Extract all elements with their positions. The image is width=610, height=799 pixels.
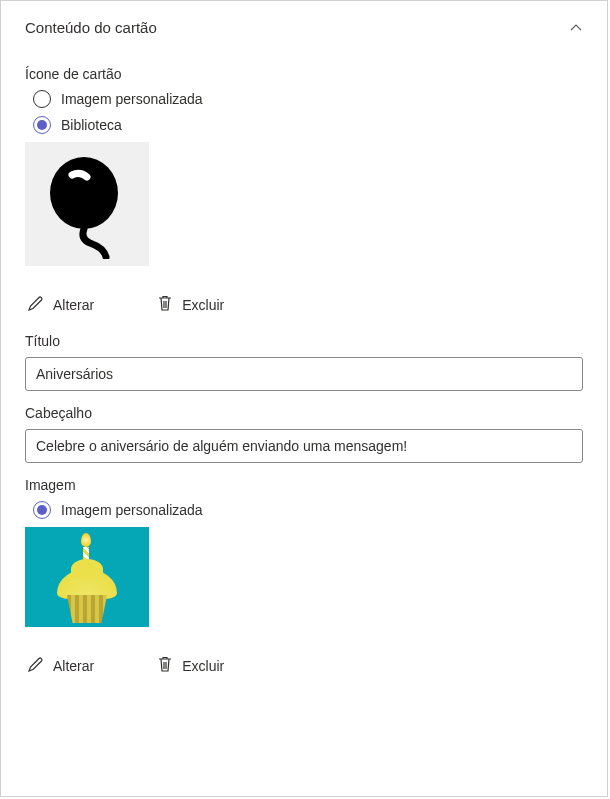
title-field-label: Título bbox=[25, 333, 583, 349]
pencil-icon bbox=[27, 294, 45, 315]
image-section-label: Imagem bbox=[25, 477, 583, 493]
panel-body: Ícone de cartão Imagem personalizada Bib… bbox=[1, 44, 607, 708]
chevron-up-icon[interactable] bbox=[569, 21, 583, 35]
button-label: Excluir bbox=[182, 297, 224, 313]
radio-label: Imagem personalizada bbox=[61, 502, 203, 518]
balloon-icon bbox=[32, 149, 142, 259]
trash-icon bbox=[156, 655, 174, 676]
card-content-panel: Conteúdo do cartão Ícone de cartão Image… bbox=[0, 0, 608, 797]
radio-unselected-icon bbox=[33, 90, 51, 108]
radio-icon-custom[interactable]: Imagem personalizada bbox=[33, 90, 583, 108]
icon-actions: Alterar Excluir bbox=[25, 290, 583, 319]
button-label: Alterar bbox=[53, 658, 94, 674]
delete-icon-button[interactable]: Excluir bbox=[154, 290, 226, 319]
trash-icon bbox=[156, 294, 174, 315]
change-icon-button[interactable]: Alterar bbox=[25, 290, 96, 319]
header-input[interactable] bbox=[25, 429, 583, 463]
title-input[interactable] bbox=[25, 357, 583, 391]
radio-image-custom[interactable]: Imagem personalizada bbox=[33, 501, 583, 519]
image-preview bbox=[25, 527, 149, 627]
radio-icon-library[interactable]: Biblioteca bbox=[33, 116, 583, 134]
delete-image-button[interactable]: Excluir bbox=[154, 651, 226, 680]
change-image-button[interactable]: Alterar bbox=[25, 651, 96, 680]
radio-selected-icon bbox=[33, 501, 51, 519]
button-label: Alterar bbox=[53, 297, 94, 313]
button-label: Excluir bbox=[182, 658, 224, 674]
svg-point-0 bbox=[50, 157, 118, 229]
radio-label: Biblioteca bbox=[61, 117, 122, 133]
panel-header: Conteúdo do cartão bbox=[1, 1, 607, 44]
panel-title: Conteúdo do cartão bbox=[25, 19, 157, 36]
icon-preview bbox=[25, 142, 149, 266]
icon-section-label: Ícone de cartão bbox=[25, 66, 583, 82]
radio-selected-icon bbox=[33, 116, 51, 134]
pencil-icon bbox=[27, 655, 45, 676]
image-actions: Alterar Excluir bbox=[25, 651, 583, 680]
radio-label: Imagem personalizada bbox=[61, 91, 203, 107]
header-field-label: Cabeçalho bbox=[25, 405, 583, 421]
